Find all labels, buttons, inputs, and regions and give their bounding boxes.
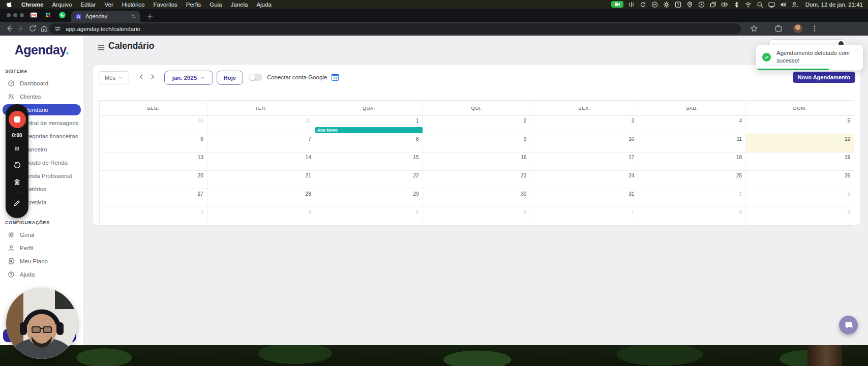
reload-button[interactable] bbox=[28, 24, 37, 33]
bookmark-star-icon[interactable] bbox=[750, 24, 758, 33]
bluetooth-icon[interactable] bbox=[733, 1, 740, 8]
calendar-day-cell-23[interactable]: 23 bbox=[423, 171, 531, 189]
menubar-menu-editar[interactable]: Editar bbox=[80, 2, 96, 8]
sidebar-item-geral[interactable]: Geral bbox=[0, 228, 83, 241]
pinned-tab-slack-icon[interactable] bbox=[44, 11, 52, 19]
calendar-day-cell-26[interactable]: 26 bbox=[746, 171, 854, 189]
calendar-day-cell-30[interactable]: 30 bbox=[100, 116, 207, 134]
stop-recording-button[interactable] bbox=[9, 111, 26, 128]
calendar-day-cell-12[interactable]: 12 bbox=[746, 134, 854, 152]
sidebar-item-perfil[interactable]: Perfil bbox=[0, 241, 83, 255]
menubar-menu-chrome[interactable]: Chrome bbox=[21, 2, 43, 8]
month-select[interactable]: jan. 2025 bbox=[164, 71, 213, 85]
calendar-day-cell-30[interactable]: 30 bbox=[423, 189, 531, 207]
next-month-button[interactable] bbox=[149, 73, 156, 80]
pinned-tab-gmail-icon[interactable] bbox=[30, 11, 38, 19]
calendar-day-cell-29[interactable]: 29 bbox=[315, 189, 423, 207]
play-icon[interactable] bbox=[698, 1, 705, 8]
display-icon[interactable] bbox=[768, 1, 775, 8]
notification-badge-icon[interactable] bbox=[674, 1, 682, 8]
sidebar-item-dashboard[interactable]: Dashboard bbox=[0, 77, 83, 90]
tab-close-icon[interactable] bbox=[130, 13, 136, 19]
spotlight-icon[interactable] bbox=[756, 1, 764, 8]
calendar-day-cell-2[interactable]: 2 bbox=[423, 116, 531, 134]
calendar-day-cell-1[interactable]: 1 bbox=[638, 189, 746, 207]
pinned-tab-whatsapp-icon[interactable] bbox=[58, 11, 66, 19]
menubar-menu-ver[interactable]: Ver bbox=[105, 2, 113, 8]
calendar-day-cell-8[interactable]: 8 bbox=[315, 134, 423, 152]
sidebar-item-ajuda[interactable]: Ajuda bbox=[0, 268, 83, 281]
calendar-day-cell-31[interactable]: 31 bbox=[530, 189, 638, 207]
calendar-day-cell-7[interactable]: 7 bbox=[207, 134, 315, 152]
calendar-day-cell-2[interactable]: 2 bbox=[746, 189, 854, 207]
location-icon[interactable] bbox=[686, 1, 694, 8]
calendar-day-cell-4[interactable]: 4 bbox=[638, 116, 746, 134]
prev-month-button[interactable] bbox=[138, 73, 145, 80]
hamburger-menu-icon[interactable] bbox=[97, 44, 105, 51]
calendar-day-cell-22[interactable]: 22 bbox=[315, 171, 423, 189]
new-tab-button[interactable] bbox=[146, 13, 154, 20]
sidebar-item-meu-plano[interactable]: Meu Plano bbox=[0, 255, 83, 268]
calendar-day-cell-8[interactable]: 8 bbox=[638, 207, 746, 225]
profile-avatar[interactable] bbox=[793, 24, 802, 33]
calendar-day-cell-11[interactable]: 11 bbox=[638, 134, 746, 152]
calendar-day-cell-9[interactable]: 9 bbox=[423, 134, 531, 152]
calendar-day-cell-6[interactable]: 6 bbox=[100, 134, 207, 152]
calendar-day-cell-31[interactable]: 31 bbox=[207, 116, 315, 134]
calendar-day-cell-18[interactable]: 18 bbox=[638, 152, 746, 170]
calendar-day-cell-15[interactable]: 15 bbox=[315, 152, 423, 170]
site-settings-icon[interactable] bbox=[54, 25, 61, 32]
calendar-event[interactable]: Ano Novo bbox=[315, 127, 423, 133]
calendar-day-cell-7[interactable]: 7 bbox=[530, 207, 638, 225]
battery-icon[interactable] bbox=[721, 1, 729, 8]
toast-close-icon[interactable] bbox=[853, 48, 859, 53]
menubar-menu-ajuda[interactable]: Ajuda bbox=[256, 2, 271, 8]
back-button[interactable] bbox=[5, 24, 13, 33]
window-minimize-button[interactable] bbox=[13, 13, 17, 17]
windows-icon[interactable] bbox=[709, 1, 717, 8]
home-button[interactable] bbox=[40, 24, 48, 33]
calendar-day-cell-3[interactable]: 3 bbox=[100, 207, 207, 225]
delete-recording-button[interactable] bbox=[13, 178, 21, 186]
pause-recording-button[interactable] bbox=[14, 145, 20, 152]
calendar-day-cell-17[interactable]: 17 bbox=[530, 152, 638, 170]
calendar-day-cell-10[interactable]: 10 bbox=[530, 134, 638, 152]
browser-menu-icon[interactable] bbox=[811, 24, 819, 33]
calendar-day-cell-5[interactable]: 5 bbox=[315, 207, 423, 225]
camera-indicator[interactable] bbox=[611, 1, 623, 8]
calendar-day-cell-4[interactable]: 4 bbox=[207, 207, 315, 225]
calendar-day-cell-28[interactable]: 28 bbox=[207, 189, 315, 207]
window-zoom-button[interactable] bbox=[20, 13, 24, 17]
calendar-day-cell-27[interactable]: 27 bbox=[100, 189, 207, 207]
calendar-day-cell-24[interactable]: 24 bbox=[530, 171, 638, 189]
menubar-menu-perfis[interactable]: Perfis bbox=[186, 2, 201, 8]
shield-icon[interactable] bbox=[651, 1, 659, 8]
calendar-day-cell-5[interactable]: 5 bbox=[746, 116, 854, 134]
calendar-day-cell-14[interactable]: 14 bbox=[207, 152, 315, 170]
calendar-day-cell-19[interactable]: 19 bbox=[746, 152, 854, 170]
new-appointment-button[interactable]: Novo Agendamento bbox=[793, 72, 856, 83]
menubar-menu-histórico[interactable]: Histórico bbox=[122, 2, 145, 8]
menubar-clock[interactable]: Dom. 12 de jan. 21:41 bbox=[805, 2, 863, 8]
meter-icon[interactable] bbox=[627, 1, 635, 8]
calendar-day-cell-1[interactable]: 1Ano Novo bbox=[315, 116, 423, 134]
sidebar-item-clientes[interactable]: Clientes bbox=[0, 90, 83, 103]
menubar-menu-guia[interactable]: Guia bbox=[209, 2, 222, 8]
sync-icon[interactable] bbox=[639, 1, 647, 8]
calendar-day-cell-13[interactable]: 13 bbox=[100, 152, 207, 170]
calendar-day-cell-9[interactable]: 9 bbox=[746, 207, 854, 225]
active-tab[interactable]: Agenday bbox=[71, 11, 140, 22]
apple-icon[interactable] bbox=[7, 1, 13, 8]
wifi-icon[interactable] bbox=[744, 1, 752, 8]
screen-recorder-widget[interactable]: 0:00 bbox=[6, 104, 28, 218]
calendar-day-cell-16[interactable]: 16 bbox=[423, 152, 531, 170]
menubar-menu-janela[interactable]: Janela bbox=[231, 2, 248, 8]
extensions-icon[interactable] bbox=[774, 24, 783, 33]
settings-icon[interactable] bbox=[663, 1, 670, 8]
today-button[interactable]: Hoje bbox=[217, 71, 243, 85]
calendar-day-cell-20[interactable]: 20 bbox=[100, 171, 207, 189]
menubar-menu-favoritos[interactable]: Favoritos bbox=[154, 2, 177, 8]
forward-button[interactable] bbox=[17, 24, 25, 33]
google-connect-toggle[interactable] bbox=[249, 74, 262, 81]
menubar-menu-arquivo[interactable]: Arquivo bbox=[52, 2, 72, 8]
